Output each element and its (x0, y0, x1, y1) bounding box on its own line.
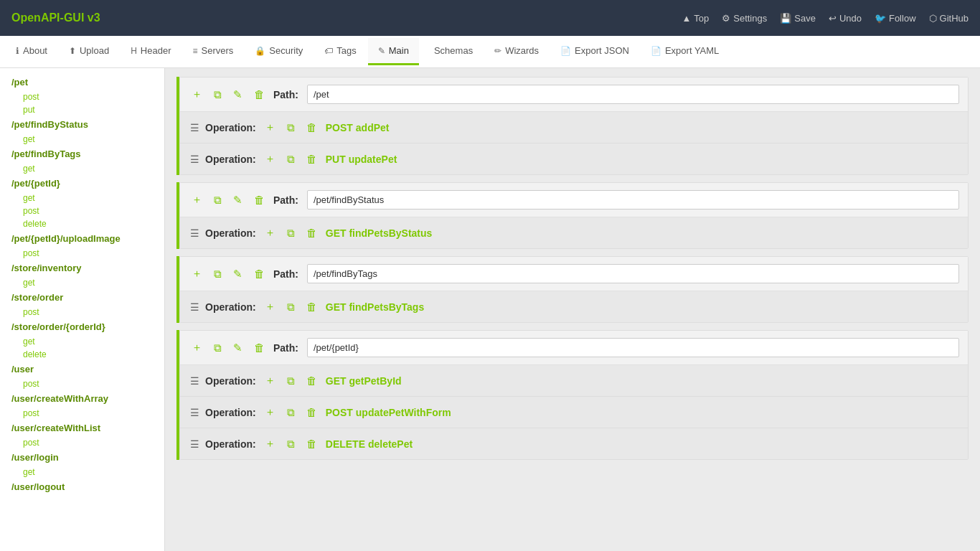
add-operation-icon[interactable]: ＋ (262, 119, 278, 136)
path-input[interactable] (307, 85, 959, 104)
sidebar-path[interactable]: /user/logout (0, 479, 164, 495)
sidebar-method[interactable]: post (0, 90, 164, 103)
follow-action[interactable]: 🐦 Follow (875, 13, 916, 24)
tab-servers[interactable]: ≡Servers (183, 38, 244, 65)
edit-path-icon[interactable]: ✎ (230, 87, 245, 103)
settings-action[interactable]: ⚙ Settings (722, 13, 767, 24)
delete-path-icon[interactable]: 🗑 (251, 192, 268, 207)
copy-operation-icon[interactable]: ⧉ (284, 299, 298, 315)
delete-operation-icon[interactable]: 🗑 (303, 299, 320, 314)
path-input[interactable] (307, 264, 959, 283)
tab-tags[interactable]: 🏷Tags (314, 38, 366, 65)
copy-operation-icon[interactable]: ⧉ (284, 120, 298, 136)
sidebar-path[interactable]: /store/inventory (0, 260, 164, 276)
delete-operation-icon[interactable]: 🗑 (303, 436, 320, 451)
operation-method[interactable]: GET findPetsByTags (326, 301, 424, 313)
tab-header[interactable]: HHeader (121, 38, 181, 65)
copy-path-icon[interactable]: ⧉ (211, 340, 225, 356)
delete-path-icon[interactable]: 🗑 (251, 340, 268, 355)
hamburger-icon[interactable]: ☰ (190, 407, 199, 418)
sidebar-path[interactable]: /pet/{petId} (0, 175, 164, 192)
operation-method[interactable]: DELETE deletePet (326, 438, 413, 450)
copy-operation-icon[interactable]: ⧉ (284, 405, 298, 420)
copy-operation-icon[interactable]: ⧉ (284, 373, 298, 389)
hamburger-icon[interactable]: ☰ (190, 122, 199, 133)
hamburger-icon[interactable]: ☰ (190, 375, 199, 387)
delete-operation-icon[interactable]: 🗑 (303, 151, 320, 166)
tab-security[interactable]: 🔒Security (245, 38, 313, 65)
tab-about[interactable]: ℹAbout (6, 38, 57, 65)
add-path-icon[interactable]: ＋ (189, 86, 205, 103)
tab-main[interactable]: ✎Main (368, 38, 419, 65)
sidebar-method[interactable]: post (0, 377, 164, 390)
save-action[interactable]: 💾 Save (780, 13, 816, 24)
sidebar-path[interactable]: /user/createWithList (0, 420, 164, 436)
sidebar-method[interactable]: get (0, 162, 164, 175)
path-input[interactable] (307, 338, 959, 357)
edit-path-icon[interactable]: ✎ (230, 340, 245, 356)
operation-method[interactable]: POST updatePetWithForm (326, 407, 451, 418)
add-operation-icon[interactable]: ＋ (262, 151, 278, 167)
edit-path-icon[interactable]: ✎ (230, 266, 245, 282)
sidebar-method[interactable]: get (0, 192, 164, 204)
top-action[interactable]: ▲ Top (682, 13, 709, 24)
copy-operation-icon[interactable]: ⧉ (284, 151, 298, 167)
add-path-icon[interactable]: ＋ (189, 192, 205, 208)
undo-action[interactable]: ↩ Undo (829, 13, 862, 24)
path-input[interactable] (307, 190, 959, 209)
copy-path-icon[interactable]: ⧉ (211, 266, 225, 282)
add-operation-icon[interactable]: ＋ (262, 225, 278, 241)
sidebar-path[interactable]: /user (0, 361, 164, 377)
tab-export-yaml[interactable]: 📄Export YAML (641, 38, 729, 65)
copy-path-icon[interactable]: ⧉ (211, 192, 225, 208)
sidebar-method[interactable]: get (0, 276, 164, 289)
github-action[interactable]: ⬡ GitHub (929, 13, 969, 24)
sidebar-method[interactable]: get (0, 335, 164, 348)
add-operation-icon[interactable]: ＋ (262, 372, 278, 389)
sidebar-path[interactable]: /store/order/{orderId} (0, 319, 164, 335)
edit-path-icon[interactable]: ✎ (230, 192, 245, 208)
tab-wizards[interactable]: ✏Wizards (484, 38, 549, 65)
sidebar-path[interactable]: /user/login (0, 449, 164, 466)
sidebar-method[interactable]: post (0, 247, 164, 260)
sidebar-path[interactable]: /store/order (0, 289, 164, 306)
delete-operation-icon[interactable]: 🗑 (303, 373, 320, 388)
sidebar-path[interactable]: /pet (0, 74, 164, 90)
operation-method[interactable]: GET findPetsByStatus (326, 227, 433, 239)
sidebar-path[interactable]: /pet/findByStatus (0, 116, 164, 133)
tab-upload[interactable]: ⬆Upload (59, 38, 119, 65)
sidebar-method[interactable]: delete (0, 217, 164, 230)
sidebar-method[interactable]: post (0, 204, 164, 217)
add-operation-icon[interactable]: ＋ (262, 298, 278, 315)
sidebar-method[interactable]: delete (0, 348, 164, 361)
delete-operation-icon[interactable]: 🗑 (303, 120, 320, 135)
sidebar-path[interactable]: /pet/findByTags (0, 146, 164, 162)
sidebar-path[interactable]: /pet/{petId}/uploadImage (0, 230, 164, 247)
operation-method[interactable]: GET getPetById (326, 375, 402, 387)
sidebar-path[interactable]: /user/createWithArray (0, 390, 164, 407)
delete-operation-icon[interactable]: 🗑 (303, 225, 320, 240)
sidebar-method[interactable]: post (0, 306, 164, 319)
add-path-icon[interactable]: ＋ (189, 265, 205, 282)
tab-export-json[interactable]: 📄Export JSON (550, 38, 639, 65)
copy-operation-icon[interactable]: ⧉ (284, 436, 298, 452)
delete-operation-icon[interactable]: 🗑 (303, 405, 320, 420)
sidebar-method[interactable]: post (0, 436, 164, 449)
sidebar-method[interactable]: post (0, 407, 164, 420)
delete-path-icon[interactable]: 🗑 (251, 87, 268, 102)
sidebar-method[interactable]: get (0, 133, 164, 146)
sidebar-method[interactable]: put (0, 103, 164, 116)
copy-operation-icon[interactable]: ⧉ (284, 225, 298, 241)
add-operation-icon[interactable]: ＋ (262, 404, 278, 420)
hamburger-icon[interactable]: ☰ (190, 227, 199, 239)
add-path-icon[interactable]: ＋ (189, 339, 205, 356)
copy-path-icon[interactable]: ⧉ (211, 87, 225, 103)
hamburger-icon[interactable]: ☰ (190, 301, 199, 313)
sidebar-method[interactable]: get (0, 466, 164, 479)
hamburger-icon[interactable]: ☰ (190, 154, 199, 165)
operation-method[interactable]: POST addPet (326, 122, 390, 133)
tab-schemas[interactable]: Schemas (420, 38, 483, 65)
delete-path-icon[interactable]: 🗑 (251, 266, 268, 281)
operation-method[interactable]: PUT updatePet (326, 154, 397, 165)
add-operation-icon[interactable]: ＋ (262, 435, 278, 452)
